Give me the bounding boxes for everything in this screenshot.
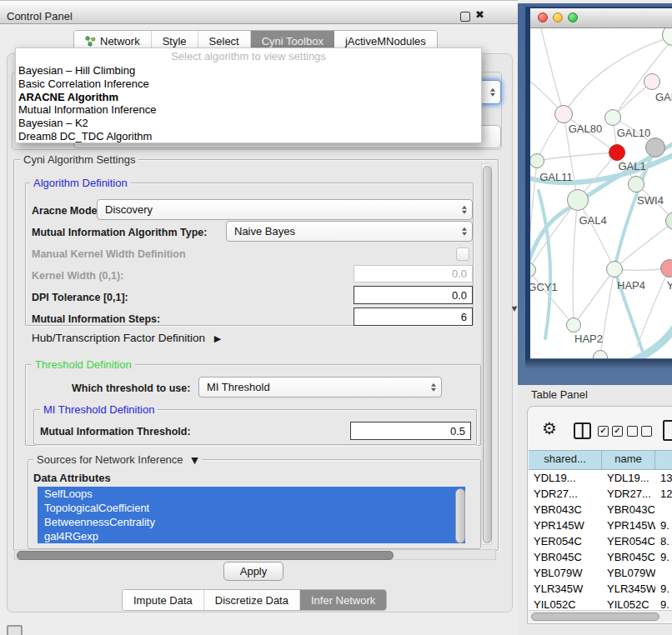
table-cell: 9. [655,597,672,610]
network-node[interactable] [628,176,644,192]
sources-group-title[interactable]: Sources for Network Inference ▼ [33,453,202,466]
table-cell: YBL079W [529,565,602,581]
table-row[interactable]: YIL052CYIL052C9. [529,597,672,610]
table-cell: YDL19... [602,470,655,486]
gear-icon[interactable]: ⚙ [542,420,557,437]
minimize-traffic-light-icon[interactable] [553,12,563,22]
attribute-item-gal4rgexp[interactable]: gal4RGexp [38,529,465,543]
column-header-name[interactable]: name [602,451,655,469]
deselect-all-checkboxes-icon[interactable] [627,426,652,437]
dropdown-item-mutual-information-inference[interactable]: Mutual Information Inference [16,103,481,117]
table-row[interactable]: YDR27...YDR27...12 [529,486,672,502]
table-cell: 9. [655,581,672,597]
mi-steps-input[interactable]: 6 [354,308,473,326]
unchecked-box-icon [641,426,652,437]
network-node[interactable] [554,105,573,123]
attribute-item-betweennesscentrality[interactable]: BetweennessCentrality [38,515,465,529]
select-all-checkboxes-icon[interactable]: ✓ ✓ [598,426,623,437]
mi-threshold-label: Mutual Information Threshold: [40,426,191,438]
close-traffic-light-icon[interactable] [538,12,548,22]
bottom-tab-infer-network[interactable]: Infer Network [300,590,386,610]
attribute-item-selfloops[interactable]: SelfLoops [38,487,465,501]
apply-button[interactable]: Apply [223,562,283,581]
table-cell: 8. [655,533,672,549]
tab-label: Cyni Toolbox [262,35,323,48]
table-horizontal-scrollbar-thumb[interactable] [531,612,659,621]
network-node[interactable] [567,189,589,211]
settings-horizontal-scrollbar-thumb[interactable] [17,551,394,560]
settings-vertical-scrollbar-thumb[interactable] [483,166,492,543]
dropdown-item-bayesian-k2[interactable]: Bayesian – K2 [16,117,481,130]
table-row[interactable]: YPR145WYPR145W9. [529,518,672,533]
document-icon[interactable] [663,420,672,441]
bottom-tab-impute-data[interactable]: Impute Data [123,590,204,610]
table-cell: 13 [655,470,672,486]
attributes-scrollbar[interactable] [455,488,465,543]
bottom-tab-label: Impute Data [133,594,193,607]
manual-kernel-checkbox[interactable] [456,248,469,261]
table-cell [655,565,672,581]
network-node[interactable] [604,109,621,126]
dropdown-item-bayesian-hill-climbing[interactable]: Bayesian – Hill Climbing [16,64,481,78]
table-cell: YLR345W [602,581,655,597]
tab-label: jActiveMNodules [345,35,426,48]
attribute-item-topologicalcoefficient[interactable]: TopologicalCoefficient [38,501,465,515]
columns-icon[interactable] [574,422,591,439]
which-threshold-value: MI Threshold [207,381,270,393]
tab-label: Network [100,35,140,48]
table-cell: YBR043C [602,502,655,518]
column-header-shared[interactable]: shared... [529,451,602,469]
mi-type-value: Naive Bayes [234,225,295,238]
table-cell: 9. [655,518,672,533]
mi-threshold-input[interactable]: 0.5 [350,422,471,440]
network-node[interactable] [609,144,625,161]
algorithm-definition-title: Algorithm Definition [30,177,131,189]
dpi-tolerance-input[interactable]: 0.0 [354,286,473,304]
spinner-arrows-icon [490,88,495,97]
table-cell: YBR045C [529,549,602,565]
network-node[interactable] [606,261,623,278]
zoom-traffic-light-icon[interactable] [568,12,578,22]
network-icon [85,36,96,47]
table-cell: YBR045C [602,549,655,565]
network-window-titlebar[interactable] [530,8,672,28]
network-node[interactable] [644,73,660,90]
table-row[interactable]: YBR045CYBR045C9. [529,549,672,565]
table-cell: YBL079W [602,565,655,581]
table-row[interactable]: YLR345WYLR345W9. [529,581,672,597]
spinner-arrows-icon [462,227,467,236]
table-row[interactable]: YBL079WYBL079W [529,565,672,581]
checked-box-icon: ✓ [612,426,623,437]
node-label-gcy1: GCY1 [530,281,558,293]
table-cell: YIL052C [529,597,602,610]
network-node[interactable] [645,138,665,158]
tab-label: Select [209,35,239,48]
network-canvas[interactable]: GAL80GALGAL10GAL1GAL11SWI4GAL4GCY1HAP4YH… [530,28,672,358]
table-cell [655,502,672,518]
network-node[interactable] [566,318,581,332]
dropdown-item-basic-correlation-inference[interactable]: Basic Correlation Inference [16,78,481,91]
table-cell: YLR345W [529,581,602,597]
node-label-swi4: SWI4 [637,194,664,207]
which-threshold-select[interactable]: MI Threshold [198,377,442,398]
column-header-a[interactable]: A [655,451,672,469]
bottom-tab-discretize-data[interactable]: Discretize Data [204,590,300,610]
table-row[interactable]: YBR043CYBR043C [529,502,672,518]
table-header-row: shared...nameA [529,450,672,470]
kernel-width-input[interactable]: 0.0 [354,265,473,282]
close-icon[interactable]: ✖ [475,8,484,21]
mi-type-label: Mutual Information Algorithm Type: [32,227,207,238]
hub-expander[interactable]: Hub/Transcription Factor Definition ▶ [32,332,221,344]
dropdown-item-dream8-dc-tdc-algorithm[interactable]: Dream8 DC_TDC Algorithm [16,130,481,143]
unchecked-box-icon [627,426,638,437]
table-row[interactable]: YER054CYER054C8. [529,533,672,549]
bottom-tabbar: Impute DataDiscretize DataInfer Network [122,589,387,611]
cyni-settings-group-title: Cyni Algorithm Settings [20,153,138,166]
dropdown-item-aracne-algorithm[interactable]: ARACNE Algorithm [16,91,481,104]
table-row[interactable]: YDL19...YDL19...13 [529,470,672,486]
aracne-mode-select[interactable]: Discovery [97,199,473,220]
minimized-panel-icon[interactable] [7,625,23,635]
minimize-icon[interactable] [460,12,470,22]
bottom-tab-label: Infer Network [311,594,375,607]
mi-type-select[interactable]: Naive Bayes [226,221,473,242]
